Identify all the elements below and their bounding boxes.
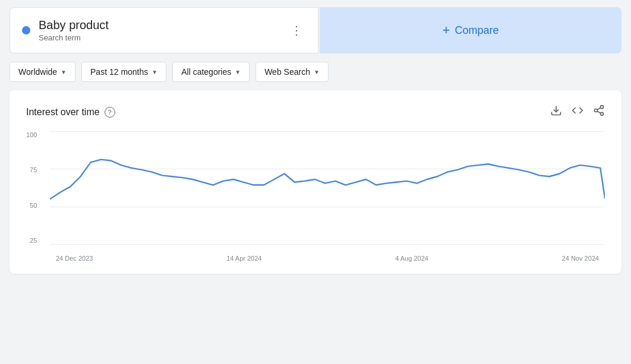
y-label-100: 100 <box>26 131 37 138</box>
x-label-apr: 14 Apr 2024 <box>226 255 261 262</box>
svg-point-2 <box>595 109 598 112</box>
search-term-left: Baby product Search term <box>22 18 109 42</box>
term-sub: Search term <box>39 33 109 42</box>
svg-line-5 <box>597 107 601 109</box>
y-label-50: 50 <box>30 202 37 209</box>
y-label-75: 75 <box>30 166 37 173</box>
compare-button[interactable]: + Compare <box>320 7 621 53</box>
x-label-aug: 4 Aug 2024 <box>395 255 428 262</box>
compare-label: Compare <box>455 24 499 37</box>
compare-plus-icon: + <box>443 23 450 38</box>
filter-location-label: Worldwide <box>18 67 57 77</box>
chart-header: Interest over time ? <box>26 105 605 119</box>
search-term-text: Baby product Search term <box>39 18 109 42</box>
x-axis-labels: 24 Dec 2023 14 Apr 2024 4 Aug 2024 24 No… <box>50 255 605 262</box>
help-icon[interactable]: ? <box>105 107 115 118</box>
chart-actions <box>550 105 605 119</box>
filter-category-label: All categories <box>181 67 231 77</box>
filter-time[interactable]: Past 12 months ▼ <box>81 62 166 82</box>
filters-bar: Worldwide ▼ Past 12 months ▼ All categor… <box>0 53 631 90</box>
svg-line-4 <box>597 111 601 113</box>
share-icon[interactable] <box>593 105 605 119</box>
search-term-card: Baby product Search term ⋮ <box>10 7 318 53</box>
svg-point-1 <box>601 106 604 109</box>
top-section: Baby product Search term ⋮ + Compare <box>0 0 631 53</box>
chevron-down-icon: ▼ <box>152 69 157 75</box>
filter-search-type-label: Web Search <box>264 67 310 77</box>
y-axis-labels: 100 75 50 25 <box>26 131 40 244</box>
y-label-25: 25 <box>30 237 37 244</box>
chevron-down-icon: ▼ <box>61 69 67 75</box>
x-label-nov: 24 Nov 2024 <box>562 255 599 262</box>
term-name: Baby product <box>39 18 109 32</box>
chart-title: Interest over time <box>26 107 100 118</box>
chart-card: Interest over time ? <box>10 90 621 274</box>
filter-search-type[interactable]: Web Search ▼ <box>255 62 329 82</box>
x-label-dec: 24 Dec 2023 <box>56 255 93 262</box>
svg-point-3 <box>601 112 604 115</box>
more-options-button[interactable]: ⋮ <box>288 21 306 40</box>
chart-title-row: Interest over time ? <box>26 107 115 118</box>
download-icon[interactable] <box>550 105 562 119</box>
blue-dot-icon <box>22 26 30 34</box>
chart-line-svg <box>50 131 605 236</box>
filter-time-label: Past 12 months <box>90 67 148 77</box>
grid-line-25 <box>50 244 605 245</box>
filter-category[interactable]: All categories ▼ <box>172 62 250 82</box>
chart-area: 100 75 50 25 24 Dec 2023 14 Apr 2024 4 A… <box>50 131 605 262</box>
chevron-down-icon: ▼ <box>235 69 241 75</box>
embed-icon[interactable] <box>572 105 583 119</box>
filter-location[interactable]: Worldwide ▼ <box>10 62 75 82</box>
chevron-down-icon: ▼ <box>314 69 320 75</box>
